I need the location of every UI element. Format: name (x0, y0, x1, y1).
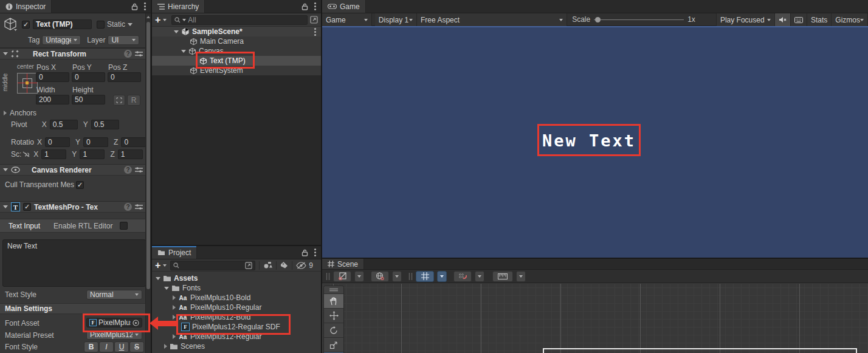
foldout-icon[interactable] (3, 205, 8, 208)
play-focused-dropdown[interactable]: Play Focused (716, 13, 775, 26)
grid-visibility-button[interactable] (416, 271, 434, 282)
text-input-tab[interactable]: Text Input (9, 222, 40, 230)
project-search-field[interactable] (170, 261, 255, 270)
scene-2d-dropdown[interactable] (392, 271, 402, 282)
add-asset-dropdown-icon[interactable] (163, 264, 167, 267)
virtual-keyboard-button[interactable] (791, 13, 807, 26)
presets-icon[interactable] (135, 204, 143, 210)
snap-settings-button[interactable] (453, 271, 472, 282)
tab-inspector[interactable]: Inspector (0, 0, 52, 13)
help-icon[interactable]: ? (124, 166, 132, 174)
pivot-x-field[interactable]: 0.5 (50, 120, 78, 129)
tab-scene[interactable]: Scene (322, 259, 364, 269)
cull-transparent-mesh-checkbox[interactable] (76, 181, 84, 189)
snap-settings-dropdown[interactable] (475, 271, 484, 282)
rotate-tool-button[interactable] (324, 323, 343, 337)
pos-x-field[interactable]: 0 (36, 72, 69, 82)
strikethrough-button[interactable]: S (129, 341, 144, 352)
tree-item-fonts[interactable]: Fonts (152, 283, 321, 293)
popout-window-icon[interactable] (245, 262, 252, 269)
scale-x-field[interactable]: 1 (41, 149, 66, 159)
foldout-icon[interactable] (173, 334, 176, 339)
hierarchy-empty-area[interactable] (152, 75, 321, 245)
search-filter-dropdown-icon[interactable] (182, 19, 186, 21)
scale-z-field[interactable]: 1 (118, 149, 143, 159)
draw-mode-dropdown[interactable] (354, 271, 364, 282)
anchor-preset-widget[interactable] (17, 73, 38, 94)
tree-item-main-camera[interactable]: Main Camera (152, 36, 321, 46)
display-dropdown[interactable]: Display 1 (375, 13, 417, 26)
game-target-dropdown[interactable]: Game (322, 13, 372, 26)
add-object-button[interactable]: + (155, 15, 160, 25)
raw-edit-mode-button[interactable]: R (127, 95, 140, 106)
tag-dropdown[interactable]: Untagge (42, 35, 81, 45)
tree-item-scenes[interactable]: Scenes (152, 341, 321, 351)
toolbar-drag-handle[interactable] (326, 273, 330, 280)
lock-icon[interactable] (301, 249, 308, 256)
popout-window-icon[interactable] (310, 16, 318, 24)
search-by-label-icon[interactable] (280, 261, 288, 269)
snap-increment-dropdown[interactable] (516, 271, 526, 282)
foldout-icon[interactable] (181, 50, 186, 53)
foldout-icon[interactable] (3, 168, 8, 171)
tab-game[interactable]: Game (322, 0, 366, 13)
rotation-z-field[interactable]: 0 (121, 137, 146, 147)
static-dropdown-icon[interactable] (128, 23, 133, 26)
hidden-packages-icon[interactable] (296, 262, 306, 269)
gizmos-dropdown[interactable]: Gizmos (832, 13, 868, 26)
gameobject-cube-icon[interactable] (2, 16, 18, 32)
pos-z-field[interactable]: 0 (108, 72, 141, 82)
pivot-y-field[interactable]: 0.5 (91, 120, 119, 129)
inspector-menu-icon[interactable] (144, 5, 146, 7)
linked-scale-icon[interactable] (22, 151, 30, 157)
tools-drag-handle[interactable] (324, 286, 343, 293)
aspect-ratio-dropdown[interactable]: Free Aspect (417, 13, 567, 26)
tab-project[interactable]: Project (152, 246, 197, 259)
scale-tool-button[interactable] (324, 337, 343, 352)
rtl-editor-checkbox[interactable] (120, 222, 128, 230)
lock-icon[interactable] (301, 3, 308, 10)
scene-menu-icon[interactable] (314, 31, 316, 33)
mute-audio-button[interactable] (775, 13, 791, 26)
search-by-type-icon[interactable] (263, 261, 272, 269)
scene-row[interactable]: SampleScene* (152, 27, 321, 36)
tree-item-font-asset[interactable]: Aa PixelMplus10-Bold (152, 293, 321, 303)
add-object-dropdown-icon[interactable] (163, 19, 167, 21)
move-tool-button[interactable] (324, 308, 343, 323)
main-settings-header[interactable]: Main Settings (5, 304, 52, 313)
tree-item-font-asset[interactable]: Aa PixelMplus10-Regular (152, 303, 321, 312)
presets-icon[interactable] (135, 166, 143, 173)
text-value-textarea[interactable]: New Text (2, 239, 146, 287)
stats-button[interactable]: Stats (807, 13, 832, 26)
foldout-icon[interactable] (164, 287, 169, 290)
draw-mode-button[interactable] (333, 271, 351, 282)
scale-slider-thumb[interactable] (595, 17, 601, 22)
scale-y-field[interactable]: 1 (80, 149, 105, 159)
anchors-foldout-icon[interactable] (4, 111, 7, 115)
hierarchy-menu-icon[interactable] (314, 5, 316, 7)
scrollbar-thumb[interactable] (146, 22, 150, 289)
hand-tool-button[interactable] (324, 293, 343, 308)
rotation-y-field[interactable]: 0 (83, 137, 108, 147)
height-field[interactable]: 50 (72, 95, 105, 105)
hierarchy-search-field[interactable]: All (171, 15, 308, 25)
scene-viewport[interactable] (322, 284, 868, 353)
width-field[interactable]: 200 (36, 95, 69, 105)
inspector-scrollbar[interactable] (145, 13, 151, 353)
text-style-dropdown[interactable]: Normal (86, 290, 142, 300)
add-asset-button[interactable]: + (155, 261, 160, 270)
help-icon[interactable]: ? (124, 50, 132, 58)
snap-increment-button[interactable] (492, 271, 513, 282)
project-menu-icon[interactable] (314, 252, 316, 253)
layer-dropdown[interactable]: UI (108, 35, 139, 45)
presets-icon[interactable] (135, 50, 143, 57)
italic-button[interactable]: I (99, 341, 114, 352)
gameobject-active-checkbox[interactable] (22, 21, 30, 29)
pos-y-field[interactable]: 0 (72, 72, 105, 82)
grid-visibility-dropdown[interactable] (437, 271, 447, 282)
canvas-renderer-header[interactable]: Canvas Renderer ? (0, 164, 151, 176)
toolbar-drag-handle[interactable] (408, 273, 413, 280)
help-icon[interactable]: ? (124, 203, 132, 211)
rect-transform-header[interactable]: Rect Transform ? (0, 48, 151, 60)
foldout-icon[interactable] (3, 52, 8, 55)
